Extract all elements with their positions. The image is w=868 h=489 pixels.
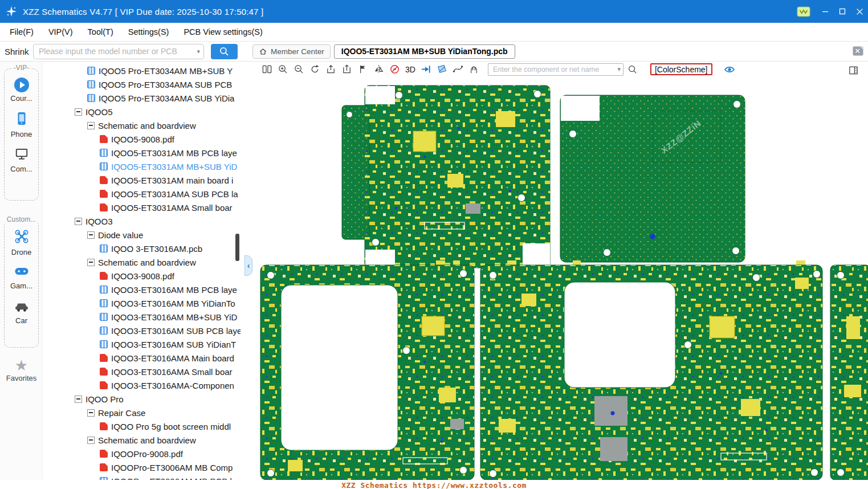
tree-item-label: IQOO3-ET3016AM MB YiDianTo (111, 299, 235, 308)
collapse-icon[interactable] (87, 409, 95, 417)
tree-item[interactable]: IQOO5-ET3031AM main board i (43, 173, 241, 187)
sidebar-item-game[interactable]: Gam... (5, 265, 38, 290)
close-button[interactable] (851, 0, 868, 23)
mirror-button[interactable] (372, 63, 385, 76)
menu-settings[interactable]: Settings(S) (121, 23, 177, 42)
tree-item[interactable]: Schematic and boardview (43, 433, 241, 447)
zoom-out-button[interactable] (292, 63, 305, 76)
tree-item[interactable]: IQOO3-ET3016AMA Small boar (43, 365, 241, 378)
menu-pcb-view-settings[interactable]: PCB View settings(S) (176, 23, 270, 42)
net-search-input[interactable] (493, 66, 617, 74)
sidebar-item-car[interactable]: Car (5, 299, 38, 325)
collapse-icon[interactable] (75, 108, 82, 116)
tree-item[interactable]: IQOO5 (43, 105, 241, 119)
tree-item-label: IQOO 3-ET3016AM.pcb (111, 244, 202, 254)
shrink-button[interactable]: Shrink (3, 47, 33, 56)
panel-toggle-button[interactable] (847, 64, 860, 77)
tree-item-label: IQOO5-ET3031AMA Small boar (111, 203, 233, 213)
tree-item[interactable]: IQOO3-ET3016AM MB+SUB YiD (43, 310, 241, 324)
tree-item[interactable]: Repair Case (43, 406, 241, 419)
grab-button[interactable] (467, 63, 480, 76)
tree-item[interactable]: IQOO 3-ET3016AM.pcb (43, 242, 241, 255)
pcb-file-icon (100, 327, 108, 335)
tree-item-label: IQOO Pro 5g boot screen middl (111, 422, 231, 431)
maximize-button[interactable] (834, 0, 851, 23)
collapse-icon[interactable] (87, 259, 95, 266)
tree-item[interactable]: IQOO3-ET3016AM SUB YiDianT (43, 337, 241, 351)
tree-item[interactable]: IQOO5-ET3031AM MB PCB laye (43, 146, 241, 160)
tree-scrollbar-thumb[interactable] (235, 234, 239, 261)
vip-badge-icon[interactable] (794, 0, 813, 23)
3d-toggle-button[interactable]: 3D (404, 63, 417, 76)
sidebar-item-course[interactable]: Cour... (5, 78, 38, 103)
tree-item-label: Schematic and boardview (98, 435, 196, 445)
tree-item[interactable]: IQOO3-ET3016AM MB YiDianTo (43, 296, 241, 310)
measure-button[interactable] (451, 63, 464, 76)
minimize-button[interactable] (817, 0, 834, 23)
board-top-left (342, 85, 550, 268)
collapse-icon[interactable] (87, 122, 95, 129)
tree-item[interactable]: IQOO3-ET3016AM SUB PCB laye (43, 324, 241, 337)
tree-item[interactable]: Diode value (43, 228, 241, 242)
menu-tool[interactable]: Tool(T) (80, 23, 121, 42)
tree-item[interactable]: IQOOPro-ET3006AM MB PCB l (43, 474, 241, 480)
diode-mode-button[interactable] (388, 63, 401, 76)
tree-item[interactable]: IQOO Pro (43, 392, 241, 406)
tree-item[interactable]: IQOO5-ET3031AM MB+SUB YiD (43, 160, 241, 173)
tree-item[interactable]: IQOO5 Pro-ET3034AMA SUB PCB (43, 78, 241, 91)
pdf-file-icon (100, 272, 108, 280)
tree-item[interactable]: IQOOPro-9008.pdf (43, 447, 241, 461)
pcb-render[interactable]: XZZ@ZZiN (254, 77, 868, 480)
close-document-icon[interactable] (853, 46, 863, 58)
vip-group: -VIP- Cour... Phone Com... (4, 68, 39, 201)
tree-item[interactable]: IQOO3-ET3016AM MB PCB laye (43, 283, 241, 296)
export-bottom-button[interactable] (340, 63, 353, 76)
tree-item[interactable]: Schematic and boardview (43, 255, 241, 269)
model-search-combo[interactable]: ▾ (33, 44, 204, 59)
collapse-icon[interactable] (75, 396, 82, 403)
vip-group-label: -VIP- (12, 64, 31, 72)
tree-item[interactable]: Schematic and boardview (43, 119, 241, 132)
tree-item[interactable]: IQOO5-ET3031AMA SUB PCB la (43, 187, 241, 201)
tree-item[interactable]: IQOO3-9008.pdf (43, 269, 241, 283)
colorscheme-button[interactable]: [ColorScheme] (650, 63, 712, 75)
sidebar-item-favorites[interactable]: ★ Favorites (0, 358, 43, 382)
sidebar-item-phone[interactable]: Phone (5, 111, 38, 138)
tree-item[interactable]: IQOO3-ET3016AMA-Componen (43, 378, 241, 392)
rotate-button[interactable] (308, 63, 321, 76)
zoom-in-button[interactable] (276, 63, 290, 76)
pdf-file-icon (100, 381, 108, 389)
tree-item[interactable]: IQOO5-9008.pdf (43, 132, 241, 146)
tree-item[interactable]: IQOO5 Pro-ET3034AMA SUB YiDia (43, 91, 241, 105)
sidebar-item-computer[interactable]: Com... (5, 147, 38, 173)
tree-item[interactable]: IQOO5 Pro-ET3034AM MB+SUB Y (43, 64, 241, 78)
flag-button[interactable] (356, 63, 369, 76)
area-select-button[interactable] (435, 63, 449, 76)
net-search-combo[interactable]: ▾ (488, 63, 624, 76)
tree-item-label: IQOO5 (85, 107, 113, 117)
tree-item[interactable]: IQOOPro-ET3006AM MB Comp (43, 461, 241, 474)
tree-item[interactable]: IQOO3-ET3016AMA Main board (43, 351, 241, 365)
model-search-input[interactable] (39, 47, 197, 56)
jump-arrow-button[interactable] (419, 63, 433, 76)
collapse-icon[interactable] (75, 218, 82, 225)
visibility-button[interactable] (723, 63, 736, 76)
chevron-down-icon[interactable]: ▾ (197, 48, 200, 55)
menu-vip[interactable]: VIP(V) (41, 23, 80, 42)
export-top-button[interactable] (324, 63, 337, 76)
collapse-icon[interactable] (87, 231, 95, 239)
sidebar-item-drone[interactable]: Drone (5, 229, 38, 256)
dual-view-button[interactable] (260, 63, 274, 76)
menu-file[interactable]: File(F) (2, 23, 41, 42)
tree-item[interactable]: IQOO5-ET3031AMA Small boar (43, 201, 241, 214)
net-search-button[interactable] (626, 63, 639, 76)
collapse-icon[interactable] (87, 437, 95, 444)
tree-item[interactable]: IQOO3 (43, 214, 241, 228)
document-tab[interactable]: IQOO5-ET3031AM MB+SUB YiDianTong.pcb (334, 44, 515, 59)
search-button[interactable] (211, 44, 238, 59)
collapse-panel-tab[interactable]: ‹ (244, 255, 252, 276)
chevron-down-icon[interactable]: ▾ (617, 66, 621, 72)
chevron-left-icon: ‹ (247, 261, 250, 270)
member-center-button[interactable]: Member Center (252, 44, 331, 59)
tree-item[interactable]: IQOO Pro 5g boot screen middl (43, 419, 241, 433)
